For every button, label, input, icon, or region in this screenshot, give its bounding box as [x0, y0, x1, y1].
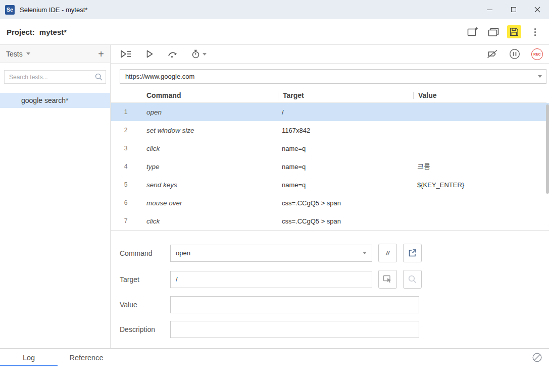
- find-target-button[interactable]: [403, 270, 422, 289]
- command-row[interactable]: 1 open /: [111, 103, 549, 121]
- toolbar-left: [120, 49, 207, 59]
- description-input[interactable]: [170, 321, 419, 338]
- row-command: mouse over: [140, 199, 278, 207]
- header-number-column: [111, 88, 140, 102]
- clear-log-icon: [532, 352, 542, 363]
- titlebar: Se Selenium IDE - mytest*: [0, 0, 549, 19]
- select-target-icon: [383, 275, 392, 284]
- row-target: 1167x842: [278, 127, 413, 134]
- row-number: 1: [111, 108, 140, 116]
- row-target: css=.CCgQ5 > span: [278, 217, 413, 225]
- minimize-button[interactable]: [478, 0, 502, 19]
- commands-table-header: Command Target Value: [111, 88, 546, 103]
- chevron-down-icon: [363, 252, 367, 254]
- tests-sidebar: Tests + google search*: [0, 45, 111, 348]
- window-title: Selenium IDE - mytest*: [20, 6, 87, 14]
- value-field-label: Value: [120, 301, 170, 309]
- open-in-new-window-button[interactable]: [403, 244, 422, 262]
- command-row[interactable]: 4 type name=q 크롬: [111, 157, 549, 176]
- row-command: send keys: [140, 181, 278, 189]
- play-icon: [145, 49, 154, 59]
- row-command: click: [140, 217, 278, 225]
- run-all-tests-button[interactable]: [120, 49, 132, 59]
- selenium-logo-icon: Se: [5, 5, 15, 15]
- url-dropdown-caret-icon[interactable]: [538, 75, 542, 78]
- header-value: Value: [413, 88, 546, 102]
- tab-reference[interactable]: Reference: [58, 349, 115, 366]
- command-row[interactable]: 5 send keys name=q ${KEY_ENTER}: [111, 176, 549, 194]
- row-command: click: [140, 145, 278, 152]
- tab-log[interactable]: Log: [0, 349, 58, 366]
- search-tests-input[interactable]: [4, 70, 106, 84]
- command-row[interactable]: 6 mouse over css=.CCgQ5 > span: [111, 194, 549, 212]
- target-field-label: Target: [120, 275, 170, 284]
- row-target: css=.CCgQ5 > span: [278, 199, 413, 207]
- stopwatch-icon: [191, 49, 200, 59]
- maximize-icon: [511, 7, 516, 12]
- project-bar: Project: mytest*: [0, 19, 549, 45]
- log-reference-bar: Log Reference: [0, 348, 549, 366]
- playback-toolbar: REC: [111, 45, 549, 64]
- toggle-comment-button[interactable]: //: [378, 244, 397, 262]
- command-field-label: Command: [120, 249, 170, 257]
- target-input[interactable]: [170, 271, 372, 288]
- save-icon: [510, 27, 519, 36]
- maximize-button[interactable]: [502, 0, 525, 19]
- add-test-button[interactable]: +: [98, 49, 104, 59]
- command-row[interactable]: 3 click name=q: [111, 139, 549, 157]
- header-command: Command: [140, 88, 278, 102]
- pause-on-exceptions-button[interactable]: [509, 48, 520, 60]
- vertical-scrollbar[interactable]: [546, 104, 549, 194]
- project-actions: [466, 25, 542, 38]
- disable-breakpoints-button[interactable]: [486, 49, 498, 59]
- test-list-item[interactable]: google search*: [0, 93, 110, 108]
- project-label: Project:: [7, 28, 35, 36]
- save-project-button[interactable]: [507, 25, 521, 38]
- row-command: type: [140, 163, 278, 171]
- window-controls: [478, 0, 549, 19]
- main-panel: REC Command Target Value 1 open / 2 set …: [111, 45, 549, 348]
- tests-dropdown-label: Tests: [6, 50, 23, 58]
- open-project-icon: [488, 27, 499, 37]
- find-target-search-icon: [408, 275, 417, 284]
- description-field-label: Description: [120, 325, 170, 333]
- external-link-icon: [408, 249, 417, 257]
- command-row[interactable]: 2 set window size 1167x842: [111, 121, 549, 139]
- row-target: /: [278, 108, 413, 116]
- close-button[interactable]: [525, 0, 549, 19]
- comment-icon: //: [386, 249, 389, 257]
- row-command: open: [140, 108, 278, 116]
- clear-log-button[interactable]: [532, 352, 542, 363]
- command-editor: Command open // Target Value: [111, 231, 549, 338]
- command-select-value: open: [176, 249, 190, 257]
- description-editor-row: Description: [120, 321, 549, 338]
- test-speed-button[interactable]: [191, 49, 207, 59]
- tests-dropdown[interactable]: Tests: [6, 50, 30, 58]
- chevron-down-icon: [26, 52, 30, 55]
- step-over-icon: [167, 49, 178, 59]
- run-current-test-button[interactable]: [145, 49, 154, 59]
- header-target: Target: [278, 88, 413, 102]
- select-target-button[interactable]: [378, 270, 397, 289]
- step-over-button[interactable]: [167, 49, 178, 59]
- row-command: set window size: [140, 127, 278, 134]
- toolbar-right: REC: [486, 48, 543, 60]
- minimize-icon: [487, 10, 492, 10]
- more-options-button[interactable]: [528, 25, 542, 38]
- open-project-button[interactable]: [486, 25, 501, 38]
- row-number: 3: [111, 145, 140, 152]
- command-editor-row: Command open //: [120, 244, 549, 262]
- sidebar-header: Tests +: [0, 45, 110, 63]
- value-input[interactable]: [170, 296, 419, 313]
- search-icon: [95, 73, 103, 83]
- row-number: 7: [111, 217, 140, 225]
- row-value: ${KEY_ENTER}: [413, 181, 549, 189]
- pause-icon: [509, 48, 520, 60]
- record-button[interactable]: REC: [531, 48, 543, 60]
- base-url-input[interactable]: [120, 69, 546, 84]
- run-all-icon: [120, 49, 132, 59]
- command-select[interactable]: open: [170, 245, 372, 262]
- new-project-button[interactable]: [466, 25, 480, 38]
- new-project-icon: [467, 27, 478, 37]
- command-row[interactable]: 7 click css=.CCgQ5 > span: [111, 212, 549, 230]
